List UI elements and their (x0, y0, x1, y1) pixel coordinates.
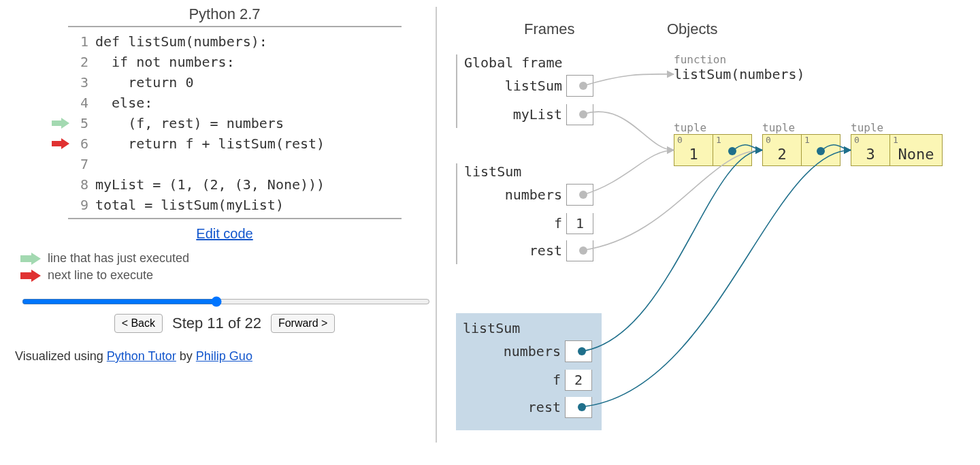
tuple-box: 03 1None (851, 134, 943, 166)
tuple-cell-value: 2 (767, 146, 797, 163)
code-text: def listSum(numbers): (95, 33, 267, 50)
svg-marker-0 (52, 118, 69, 129)
code-line: 7 (14, 154, 436, 174)
code-text: if not numbers: (95, 54, 235, 70)
svg-marker-2 (20, 253, 41, 265)
object-tuple-1: tuple 02 1 (762, 121, 840, 166)
code-text: total = listSum(myList) (95, 197, 284, 213)
legend-next-line: next line to execute (20, 268, 436, 283)
object-type-label: tuple (674, 121, 752, 134)
var-name: rest (529, 242, 566, 259)
arrow-next-icon (50, 138, 69, 149)
svg-marker-1 (52, 138, 69, 149)
code-line: 2 if not numbers: (14, 52, 436, 72)
line-number: 6 (74, 135, 88, 152)
var-name: f (553, 372, 565, 388)
svg-marker-3 (20, 270, 41, 282)
pointer-dot (579, 82, 587, 90)
code-line: 5 (f, rest) = numbers (14, 113, 436, 133)
line-number: 1 (74, 33, 88, 50)
line-number: 5 (74, 115, 88, 131)
code-line: 6 return f + listSum(rest) (14, 133, 436, 154)
line-number: 4 (74, 95, 88, 111)
python-tutor-link[interactable]: Python Tutor (107, 349, 176, 363)
step-slider[interactable] (22, 296, 430, 307)
tuple-box: 01 1 (674, 134, 752, 166)
object-type-label: function (674, 53, 805, 66)
var-value-box (566, 184, 593, 206)
var-name: myList (513, 106, 566, 123)
code-text: return f + listSum(rest) (95, 135, 325, 152)
legend-next-text: next line to execute (48, 268, 153, 283)
tuple-cell-value: 1 (679, 146, 708, 163)
var-value-box (565, 340, 592, 362)
frame-title: Global frame (464, 54, 593, 71)
tuple-cell-value: 3 (855, 146, 885, 163)
pointer-dot (817, 147, 825, 155)
code-text: return 0 (95, 74, 194, 91)
pointer-dot (578, 403, 586, 411)
code-line: 4 else: (14, 93, 436, 113)
frame-global: Global frame listSum myList (456, 54, 593, 128)
var-value-box (565, 397, 592, 418)
code-listing: 1def listSum(numbers):2 if not numbers:3… (14, 31, 436, 215)
objects-heading: Objects (667, 20, 718, 38)
arrow-prev-icon (20, 253, 41, 265)
frame-listsum-1: listSum numbers f1 rest (456, 163, 593, 264)
line-number: 9 (74, 197, 88, 213)
object-tuple-0: tuple 01 1 (674, 121, 752, 166)
var-value-box (566, 75, 593, 97)
line-number: 7 (74, 156, 88, 172)
author-link[interactable]: Philip Guo (196, 349, 252, 363)
legend-prev-text: line that has just executed (48, 251, 189, 266)
legend-prev-line: line that has just executed (20, 251, 436, 266)
var-value-box (566, 240, 593, 261)
vertical-divider (436, 7, 437, 443)
pointer-dot (579, 246, 587, 255)
var-value-box: 2 (565, 370, 592, 391)
line-number: 2 (74, 54, 88, 70)
edit-code-link[interactable]: Edit code (196, 226, 252, 241)
arrow-next-icon (20, 270, 41, 282)
code-line: 1def listSum(numbers): (14, 31, 436, 52)
object-function: function listSum(numbers) (674, 53, 805, 82)
code-line: 3 return 0 (14, 72, 436, 93)
var-name: numbers (505, 187, 566, 203)
line-number: 3 (74, 74, 88, 91)
code-line: 9total = listSum(myList) (14, 195, 436, 215)
forward-button[interactable]: Forward > (271, 314, 335, 333)
var-name: f (554, 215, 566, 231)
code-text: (f, rest) = numbers (95, 115, 284, 131)
code-text: else: (95, 95, 152, 111)
line-number: 8 (74, 176, 88, 193)
language-title: Python 2.7 (14, 5, 436, 23)
pointer-dot (578, 347, 586, 355)
var-name: rest (528, 399, 565, 415)
var-name: numbers (504, 343, 565, 359)
var-value-box: 1 (566, 213, 593, 234)
object-type-label: tuple (762, 121, 840, 134)
object-func-signature: listSum(numbers) (674, 66, 805, 82)
arrow-prev-icon (50, 118, 69, 129)
frame-title: listSum (464, 163, 593, 180)
credit-line: Visualized using Python Tutor by Philip … (15, 349, 436, 364)
pointer-dot (728, 147, 736, 155)
code-bottom-rule (68, 218, 402, 219)
tuple-cell-value: None (894, 146, 938, 163)
var-name: listSum (505, 78, 566, 94)
object-type-label: tuple (851, 121, 943, 134)
code-top-rule (68, 26, 402, 27)
code-line: 8myList = (1, (2, (3, None))) (14, 174, 436, 195)
tuple-box: 02 1 (762, 134, 840, 166)
code-panel: Python 2.7 1def listSum(numbers):2 if no… (14, 0, 436, 364)
pointer-dot (579, 110, 587, 118)
step-indicator: Step 11 of 22 (172, 315, 261, 332)
frame-listsum-2-active: listSum numbers f2 rest (456, 313, 602, 430)
pointer-dot (579, 191, 587, 199)
code-text: myList = (1, (2, (3, None))) (95, 176, 325, 193)
var-value-box (566, 104, 593, 125)
object-tuple-2: tuple 03 1None (851, 121, 943, 166)
frames-heading: Frames (524, 20, 575, 38)
frame-title: listSum (463, 320, 592, 336)
back-button[interactable]: < Back (114, 314, 163, 333)
